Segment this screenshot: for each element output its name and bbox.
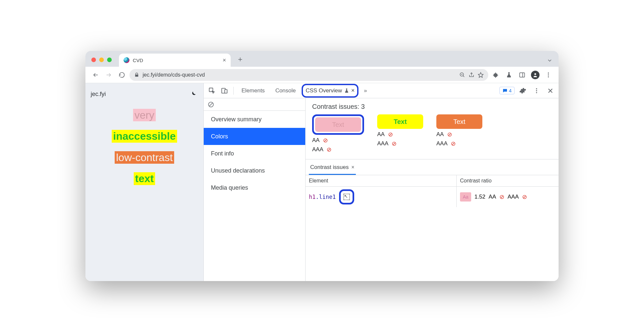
swatch-sample-3: Text — [436, 114, 482, 129]
results-tab-close-icon[interactable]: × — [351, 164, 354, 170]
fail-icon: ⊘ — [388, 131, 393, 138]
svg-point-10 — [548, 74, 549, 75]
contrast-swatches-row: Text AA⊘ AAA⊘ Text AA⊘ AAA⊘ — [306, 112, 559, 159]
svg-point-9 — [548, 72, 549, 73]
content-area: jec.fyi very inaccessible low-contrast t… — [85, 83, 559, 281]
css-overview-main: Contrast issues: 3 Text AA⊘ AAA⊘ Tex — [306, 98, 559, 281]
titlebar: CVD × ＋ — [85, 51, 559, 67]
bookmark-star-icon[interactable] — [478, 72, 484, 78]
tab-close-button[interactable]: × — [222, 57, 226, 64]
browser-tab[interactable]: CVD × — [119, 54, 231, 67]
fail-icon: ⊘ — [327, 146, 332, 153]
results-header-row: Element Contrast ratio — [306, 175, 559, 187]
labs-icon[interactable] — [503, 69, 515, 81]
fail-icon: ⊘ — [447, 131, 452, 138]
results-row[interactable]: h1.line1 Aa 1.52 AA ⊘ — [306, 187, 559, 207]
settings-gear-icon[interactable] — [517, 85, 528, 96]
close-window-button[interactable] — [91, 58, 96, 62]
tab-list-button[interactable] — [547, 58, 553, 63]
svg-rect-14 — [225, 89, 227, 93]
inspect-element-icon[interactable] — [206, 85, 218, 96]
sidebar-item-unused-declarations[interactable]: Unused declarations — [204, 162, 305, 179]
side-panel-icon[interactable] — [517, 69, 528, 81]
svg-point-17 — [536, 92, 537, 93]
highlight-ring-scroll-into-view — [339, 189, 354, 204]
devtools-close-icon[interactable] — [545, 85, 556, 96]
aa-label: AA — [489, 194, 496, 200]
highlight-ring-tab: CSS Overview × — [302, 84, 358, 98]
minimize-window-button[interactable] — [99, 58, 104, 62]
swatch-sample-1: Text — [315, 117, 361, 132]
contrast-issues-heading: Contrast issues: 3 — [306, 98, 559, 112]
svg-line-21 — [209, 103, 213, 106]
scroll-into-view-icon[interactable] — [343, 194, 350, 200]
svg-rect-6 — [520, 73, 525, 77]
results-tab-contrast-issues[interactable]: Contrast issues × — [309, 162, 356, 175]
fail-icon: ⊘ — [323, 137, 328, 144]
contrast-swatch-1[interactable]: Text AA⊘ AAA⊘ — [312, 114, 364, 153]
avatar-icon — [531, 71, 540, 79]
zoom-icon[interactable] — [459, 72, 465, 78]
swatch-sample-2: Text — [377, 114, 423, 129]
back-button[interactable] — [90, 69, 101, 81]
column-header-ratio: Contrast ratio — [457, 175, 559, 186]
favicon-icon — [124, 57, 129, 63]
sidebar-item-media-queries[interactable]: Media queries — [204, 179, 305, 196]
profile-avatar[interactable] — [530, 69, 541, 81]
new-tab-button[interactable]: ＋ — [233, 54, 247, 64]
forward-button[interactable] — [103, 69, 114, 81]
sample-word-4: text — [134, 172, 155, 185]
maximize-window-button[interactable] — [107, 58, 112, 62]
share-icon[interactable] — [469, 72, 474, 78]
sample-word-1: very — [133, 109, 155, 121]
svg-marker-5 — [478, 72, 483, 77]
extensions-icon[interactable] — [490, 69, 501, 81]
lock-icon — [134, 72, 139, 78]
tab-title: CVD — [133, 58, 143, 63]
page-site-title: jec.fyi — [91, 91, 106, 98]
reload-button[interactable] — [116, 69, 127, 81]
sidebar-item-overview-summary[interactable]: Overview summary — [204, 111, 305, 128]
devtools-tabbar: Elements Console CSS Overview × » — [204, 83, 559, 98]
console-messages-badge[interactable]: 4 — [499, 87, 515, 94]
sample-word-2: inaccessible — [112, 130, 177, 142]
ratio-sample-swatch: Aa — [460, 192, 471, 202]
highlight-ring-swatch: Text — [312, 114, 364, 135]
flask-icon — [344, 88, 349, 93]
browser-window: CVD × ＋ jec.fyi/demo/cds-quest-cvd — [85, 51, 559, 281]
devtools-menu-icon[interactable] — [531, 85, 542, 96]
contrast-swatch-3[interactable]: Text AA⊘ AAA⊘ — [436, 114, 482, 153]
more-tabs-button[interactable]: » — [360, 85, 371, 96]
tab-close-icon[interactable]: × — [351, 87, 355, 94]
dark-mode-toggle[interactable] — [188, 89, 198, 99]
window-controls — [91, 58, 112, 62]
address-bar[interactable]: jec.fyi/demo/cds-quest-cvd — [129, 69, 488, 81]
sidebar-item-colors[interactable]: Colors — [204, 128, 305, 145]
device-toggle-icon[interactable] — [219, 85, 230, 96]
devtools-tab-console[interactable]: Console — [271, 83, 300, 98]
svg-point-16 — [536, 90, 537, 91]
messages-count: 4 — [509, 88, 512, 93]
devtools-panel: Elements Console CSS Overview × » — [204, 83, 559, 281]
sidebar-item-font-info[interactable]: Font info — [204, 145, 305, 162]
contrast-results-panel: Contrast issues × Element Contrast ratio — [306, 159, 559, 281]
column-header-element: Element — [306, 175, 457, 186]
url-text: jec.fyi/demo/cds-quest-cvd — [143, 72, 205, 78]
devtools-tab-css-overview[interactable]: CSS Overview × — [305, 85, 355, 96]
selector-tag: h1 — [309, 194, 315, 200]
sample-word-3: low-contrast — [115, 151, 174, 164]
aaa-label: AAA — [508, 194, 519, 200]
browser-menu-button[interactable] — [543, 69, 554, 81]
selector-class: .line1 — [315, 194, 335, 200]
clear-overview-button[interactable] — [204, 98, 305, 111]
contrast-swatch-2[interactable]: Text AA⊘ AAA⊘ — [377, 114, 423, 153]
fail-icon: ⊘ — [451, 140, 456, 147]
browser-toolbar: jec.fyi/demo/cds-quest-cvd — [85, 67, 559, 83]
rendered-page: jec.fyi very inaccessible low-contrast t… — [85, 83, 204, 281]
css-overview-sidebar: Overview summary Colors Font info Unused… — [204, 98, 306, 281]
fail-icon: ⊘ — [522, 193, 527, 201]
fail-icon: ⊘ — [392, 140, 397, 147]
devtools-body: Overview summary Colors Font info Unused… — [204, 98, 559, 281]
ratio-value: 1.52 — [474, 194, 485, 200]
devtools-tab-elements[interactable]: Elements — [237, 83, 269, 98]
